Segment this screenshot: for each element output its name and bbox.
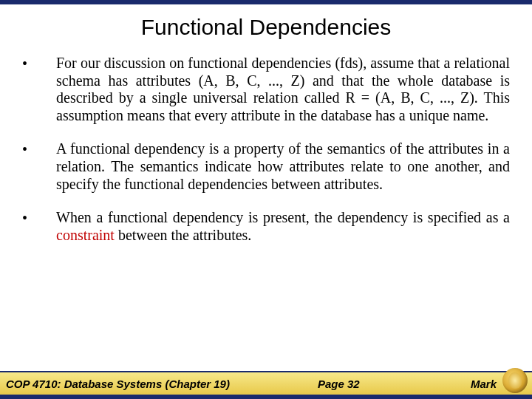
bullet-text: A functional dependency is a property of… — [56, 140, 510, 193]
bullet-text: When a functional dependency is present,… — [56, 209, 510, 244]
bullet-marker: • — [22, 140, 56, 193]
bullet-prefix: When a functional dependency is present,… — [56, 209, 510, 225]
slide-title: Functional Dependencies — [0, 15, 532, 40]
footer-course: COP 4710: Database Systems (Chapter 19) — [6, 378, 230, 390]
slide-body: • For our discussion on functional depen… — [0, 55, 532, 244]
ucf-logo-icon — [502, 368, 528, 393]
footer-author: Mark — [471, 378, 497, 390]
top-border — [0, 0, 532, 4]
bullet-text: For our discussion on functional depende… — [56, 55, 510, 124]
slide-footer: COP 4710: Database Systems (Chapter 19) … — [0, 371, 532, 399]
bullet-marker: • — [22, 209, 56, 244]
highlight-word: constraint — [56, 227, 115, 243]
bullet-suffix: between the attributes. — [115, 227, 252, 243]
bullet-item: • When a functional dependency is presen… — [22, 209, 510, 244]
bullet-item: • For our discussion on functional depen… — [22, 55, 510, 124]
footer-page: Page 32 — [318, 378, 360, 390]
bullet-item: • A functional dependency is a property … — [22, 140, 510, 193]
bullet-marker: • — [22, 55, 56, 124]
